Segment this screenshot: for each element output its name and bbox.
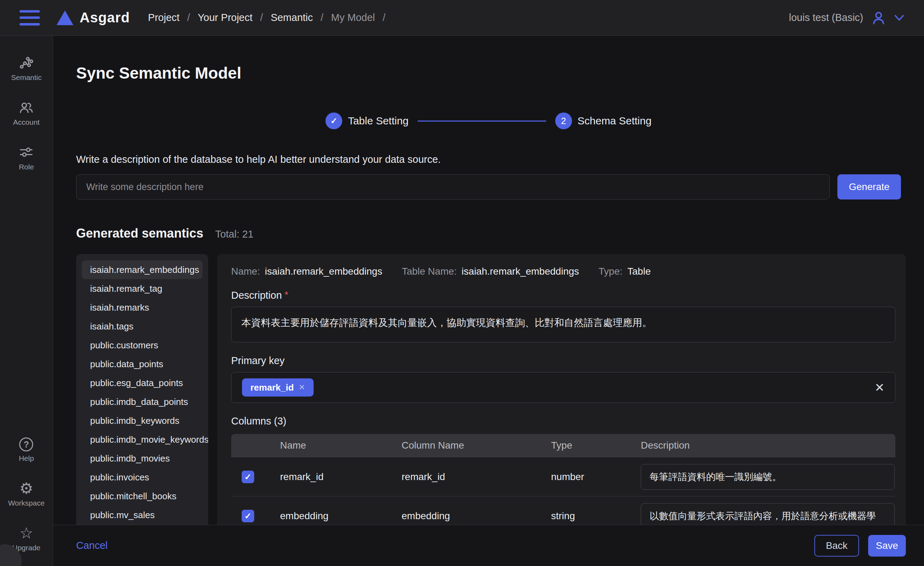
table-list-item[interactable]: public.invoices (82, 468, 202, 487)
description-input[interactable] (76, 174, 830, 200)
sidebar-item-account[interactable]: Account (13, 100, 40, 126)
columns-table: Name Column Name Type Description ✓ rema… (231, 434, 896, 525)
type-label: Type: (598, 266, 622, 277)
sidebar-item-role[interactable]: Role (18, 145, 34, 171)
cell-type: string (551, 510, 641, 522)
sidebar-label: Help (19, 454, 34, 462)
column-header-column-name: Column Name (402, 440, 551, 451)
breadcrumb-item[interactable]: Semantic (271, 12, 313, 23)
table-detail-panel: Name: isaiah.remark_embeddings Table Nam… (217, 254, 906, 525)
breadcrumb-separator: / (321, 12, 323, 23)
step-done-circle: ✓ (326, 113, 342, 129)
total-count: Total: 21 (215, 228, 254, 240)
wizard-stepper: ✓ Table Setting 2 Schema Setting (53, 113, 924, 129)
sidebar-item-workspace[interactable]: ⚙ Workspace (8, 481, 45, 507)
sliders-icon (18, 145, 34, 160)
type-value: Table (627, 266, 651, 277)
cancel-button[interactable]: Cancel (76, 540, 108, 551)
column-header-type: Type (551, 440, 641, 451)
row-checkbox[interactable]: ✓ (242, 510, 254, 522)
primary-key-select[interactable]: remark_id ✕ ✕ (231, 372, 896, 403)
people-icon (18, 100, 34, 115)
footer-bar: Cancel Back Save (53, 525, 924, 566)
sidebar: Semantic Account (0, 36, 53, 566)
user-avatar-icon (871, 10, 886, 26)
table-list-item[interactable]: public.imdb_data_points (82, 392, 202, 411)
graph-network-icon (18, 55, 34, 71)
save-button[interactable]: Save (868, 535, 906, 557)
sidebar-label: Semantic (11, 74, 42, 82)
semantics-panels: isaiah.remark_embeddings isaiah.remark_t… (76, 254, 906, 525)
column-header-description: Description (641, 440, 896, 451)
clear-selection-icon[interactable]: ✕ (875, 381, 885, 393)
user-name: louis test (Basic) (789, 12, 863, 23)
column-header-name: Name (280, 440, 402, 451)
gear-icon: ⚙ (20, 481, 33, 496)
generated-semantics-header: Generated semantics Total: 21 (76, 226, 924, 241)
table-row: ✓ remark_id remark_id number 每筆評語資料的唯一識別… (231, 457, 896, 496)
main-content: Sync Semantic Model ✓ Table Setting 2 Sc… (53, 36, 924, 525)
cell-name: embedding (280, 510, 402, 522)
star-icon: ☆ (20, 525, 33, 541)
step-connector (418, 120, 546, 122)
row-checkbox[interactable]: ✓ (242, 471, 254, 483)
user-menu[interactable]: louis test (Basic) (789, 10, 904, 26)
table-list-item[interactable]: isaiah.tags (82, 317, 202, 336)
table-name-value: isaiah.remark_embeddings (462, 266, 579, 277)
sidebar-item-help[interactable]: ? Help (19, 437, 34, 462)
breadcrumb-item[interactable]: Project (148, 12, 180, 23)
table-description-textarea[interactable]: 本資料表主要用於儲存評語資料及其向量嵌入，協助實現資料查詢、比對和自然語言處理應… (231, 307, 896, 342)
primary-key-chip[interactable]: remark_id ✕ (242, 378, 314, 396)
table-list-item[interactable]: public.imdb_movie_keywords (82, 430, 202, 449)
table-list-item[interactable]: public.imdb_keywords (82, 411, 202, 430)
chip-label: remark_id (250, 382, 294, 393)
table-list-item[interactable]: public.imdb_movies (82, 449, 202, 468)
table-meta-row: Name: isaiah.remark_embeddings Table Nam… (231, 266, 896, 277)
table-list-item[interactable]: public.mitchell_books (82, 487, 202, 506)
back-button[interactable]: Back (814, 535, 859, 557)
description-row: Generate (76, 174, 901, 200)
breadcrumb-item[interactable]: Your Project (198, 12, 252, 23)
cell-name: remark_id (280, 471, 402, 482)
name-value: isaiah.remark_embeddings (265, 266, 382, 277)
description-prompt: Write a description of the database to h… (76, 154, 924, 165)
section-title: Generated semantics (76, 226, 203, 241)
primary-key-label: Primary key (231, 355, 896, 366)
sidebar-top-group: Semantic Account (11, 55, 42, 171)
breadcrumb-item[interactable]: My Model (331, 12, 375, 23)
table-list-item[interactable]: public.customers (82, 336, 202, 354)
columns-label: Columns (3) (231, 416, 896, 427)
step-table-setting[interactable]: ✓ Table Setting (326, 113, 408, 129)
sidebar-label: Workspace (8, 499, 45, 507)
description-field-label: Description * (231, 290, 896, 301)
step-label: Table Setting (348, 115, 408, 127)
sidebar-item-semantic[interactable]: Semantic (11, 55, 42, 82)
sidebar-bottom-group: ? Help ⚙ Workspace ☆ Upgrade (8, 437, 45, 552)
step-label: Schema Setting (578, 115, 652, 127)
table-list-item[interactable]: isaiah.remark_tag (82, 279, 202, 298)
sidebar-label: Role (19, 163, 34, 171)
generate-button[interactable]: Generate (837, 174, 901, 200)
cell-description-input[interactable]: 以數值向量形式表示評語內容，用於語意分析或機器學 (641, 503, 895, 525)
cell-type: number (551, 471, 641, 482)
table-list-item[interactable]: isaiah.remarks (82, 298, 202, 317)
check-icon: ✓ (330, 116, 338, 126)
hamburger-menu-icon[interactable] (20, 10, 40, 26)
breadcrumb-separator: / (260, 12, 263, 23)
breadcrumb-separator: / (383, 12, 386, 23)
table-list-item[interactable]: public.esg_data_points (82, 374, 202, 392)
table-list-item[interactable]: isaiah.remark_embeddings (82, 260, 202, 279)
cell-description-input[interactable]: 每筆評語資料的唯一識別編號。 (641, 464, 895, 490)
required-asterisk: * (285, 290, 288, 300)
chip-remove-icon[interactable]: ✕ (298, 383, 305, 392)
sidebar-label: Account (13, 118, 40, 126)
app-logo[interactable]: Asgard (57, 10, 130, 26)
step-number-circle: 2 (555, 113, 572, 129)
breadcrumb-separator: / (187, 12, 190, 23)
table-row: ✓ embedding embedding string 以數值向量形式表示評語… (231, 496, 896, 525)
table-list-item[interactable]: public.data_points (82, 354, 202, 374)
chevron-down-icon (894, 14, 904, 21)
sidebar-item-upgrade[interactable]: ☆ Upgrade (12, 525, 40, 552)
step-schema-setting[interactable]: 2 Schema Setting (555, 113, 652, 129)
table-list-item[interactable]: public.mv_sales (82, 506, 202, 524)
